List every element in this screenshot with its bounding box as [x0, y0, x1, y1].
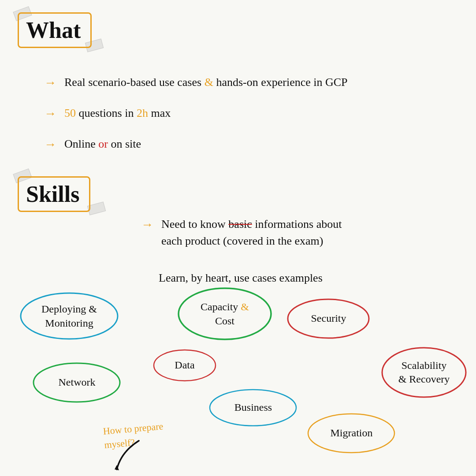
ellipse-migration-text: Migration	[331, 426, 373, 440]
ellipse-scalability: Scalability& Recovery	[380, 346, 468, 399]
bullet-1: → Real scenario-based use cases & hands-…	[44, 74, 348, 91]
ellipse-capacity: Capacity &Cost	[176, 286, 273, 342]
bullet-1-text: Real scenario-based use cases & hands-on…	[64, 74, 348, 91]
ellipse-data-text: Data	[175, 358, 194, 372]
ellipse-security: Security	[286, 298, 372, 340]
bullet-3: → Online or on site	[44, 136, 141, 152]
skills-bullet-2: Learn, by heart, use cases examples	[159, 270, 323, 286]
what-label: What	[26, 18, 81, 43]
skills-bullet-1-text: Need to know basic informations about ea…	[161, 216, 342, 249]
bullet-3-text: Online or on site	[64, 136, 141, 152]
skills-box: Skills	[18, 176, 90, 212]
bullet-2-text: 50 questions in 2h max	[64, 105, 171, 122]
ellipse-capacity-text: Capacity &Cost	[201, 300, 249, 327]
ellipse-deploying: Deploying &Monitoring	[19, 291, 120, 342]
ellipse-deploying-text: Deploying &Monitoring	[41, 302, 97, 330]
main-content: What → Real scenario-based use cases & h…	[0, 0, 476, 476]
arrow-icon-3: →	[44, 138, 56, 152]
skills-bullet-2-text: Learn, by heart, use cases examples	[159, 271, 323, 284]
arrow-icon-4: →	[141, 218, 153, 232]
ellipse-migration: Migration	[306, 412, 397, 454]
ellipse-business-text: Business	[234, 401, 272, 414]
ellipse-network: Network	[32, 361, 122, 404]
ellipse-network-text: Network	[59, 376, 96, 389]
what-box: What	[18, 12, 92, 48]
ellipse-security-text: Security	[311, 312, 346, 325]
curved-arrow-icon	[112, 439, 165, 474]
ellipse-scalability-text: Scalability& Recovery	[398, 359, 450, 386]
skills-label: Skills	[26, 182, 79, 207]
bullet-2: → 50 questions in 2h max	[44, 105, 171, 122]
ellipse-data: Data	[152, 348, 217, 383]
arrow-icon-2: →	[44, 107, 56, 121]
skills-bullet-1: → Need to know basic informations about …	[141, 216, 342, 249]
arrow-icon-1: →	[44, 76, 56, 90]
ellipse-business: Business	[208, 388, 298, 428]
